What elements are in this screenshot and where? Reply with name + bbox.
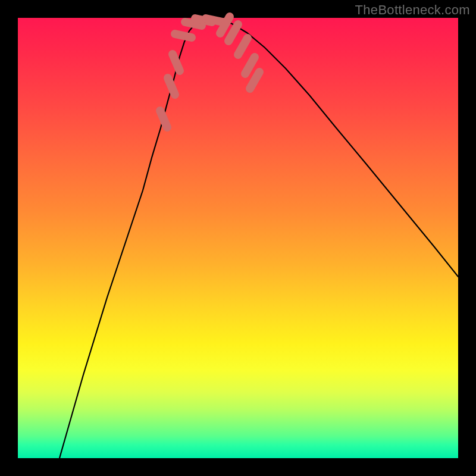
tick-bottom-4 bbox=[206, 18, 223, 22]
tick-right-top2 bbox=[250, 72, 259, 89]
tick-right-top1 bbox=[245, 57, 255, 74]
tick-right-mid bbox=[228, 24, 238, 41]
tick-left-low bbox=[173, 54, 180, 71]
optimal-range-ticks bbox=[160, 17, 259, 127]
watermark-text: TheBottleneck.com bbox=[355, 2, 470, 18]
tick-right-upper bbox=[238, 38, 248, 55]
chart-plot-area bbox=[18, 18, 458, 458]
chart-svg bbox=[18, 18, 458, 458]
tick-bottom-1 bbox=[175, 34, 192, 37]
bottleneck-curve bbox=[60, 18, 458, 458]
